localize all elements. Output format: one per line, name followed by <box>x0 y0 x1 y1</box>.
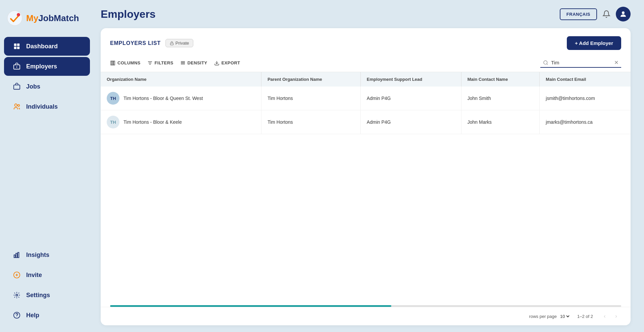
svg-rect-4 <box>14 47 16 49</box>
sidebar-item-help[interactable]: Help <box>4 306 90 325</box>
sidebar-item-jobs-label: Jobs <box>26 83 40 90</box>
notification-button[interactable] <box>602 10 610 18</box>
export-icon <box>214 60 219 66</box>
header-actions: FRANÇAIS <box>560 7 631 21</box>
employers-icon <box>12 62 21 71</box>
density-icon <box>180 60 186 66</box>
employers-table: Organization Name Parent Organization Na… <box>101 72 631 134</box>
table-toolbar: COLUMNS FILTERS DENSITY EXPORT ✕ <box>101 55 631 72</box>
page-title: Employers <box>101 8 156 20</box>
svg-rect-22 <box>111 61 112 65</box>
svg-point-0 <box>7 11 22 25</box>
sidebar-item-insights-label: Insights <box>26 252 49 259</box>
search-icon <box>543 60 548 65</box>
rows-per-page: rows per page 10 25 50 <box>529 314 571 319</box>
sidebar-item-invite[interactable]: Invite <box>4 266 90 284</box>
sidebar-item-individuals-label: Individuals <box>26 103 58 110</box>
col-support-lead: Employment Support Lead <box>360 72 461 87</box>
table-row[interactable]: TH Tim Hortons - Bloor & Queen St. West … <box>101 87 631 110</box>
org-avatar-0: TH <box>107 92 119 105</box>
logo-text: MyJobMatch <box>26 13 79 23</box>
cell-support-lead-1: Admin P4G <box>360 110 461 134</box>
svg-rect-13 <box>18 253 19 258</box>
private-badge-label: Private <box>176 41 189 46</box>
org-name-0: Tim Hortons - Bloor & Queen St. West <box>123 96 203 101</box>
columns-button[interactable]: COLUMNS <box>110 60 141 66</box>
content-card: EMPLOYERS LIST Private + Add Employer CO… <box>101 28 631 325</box>
filters-label: FILTERS <box>155 60 174 65</box>
invite-icon <box>12 270 21 280</box>
svg-rect-11 <box>14 255 15 258</box>
search-clear-button[interactable]: ✕ <box>614 59 618 66</box>
main-content: Employers FRANÇAIS EMPLOYERS LIST Privat… <box>94 0 644 332</box>
dashboard-icon <box>12 42 21 51</box>
table-row[interactable]: TH Tim Hortons - Bloor & Keele Tim Horto… <box>101 110 631 134</box>
insights-icon <box>12 250 21 260</box>
add-employer-button[interactable]: + Add Employer <box>567 36 621 50</box>
svg-rect-21 <box>170 43 173 45</box>
svg-rect-12 <box>16 253 17 258</box>
sidebar-item-settings-label: Settings <box>26 292 50 299</box>
lock-icon <box>170 41 174 45</box>
user-icon <box>619 10 627 18</box>
cell-org-name-0: TH Tim Hortons - Bloor & Queen St. West <box>101 87 261 110</box>
svg-rect-23 <box>112 61 113 65</box>
svg-point-33 <box>544 61 547 64</box>
sidebar-item-invite-label: Invite <box>26 272 42 279</box>
search-box: ✕ <box>540 58 621 68</box>
filters-icon <box>147 60 153 66</box>
svg-rect-24 <box>114 61 115 65</box>
sidebar-item-insights[interactable]: Insights <box>4 245 90 264</box>
sidebar-item-dashboard[interactable]: Dashboard <box>4 37 90 56</box>
search-input[interactable] <box>551 60 611 65</box>
table-footer: rows per page 10 25 50 1–2 of 2 ‹ › <box>101 307 631 325</box>
columns-icon <box>110 60 115 66</box>
org-name-1: Tim Hortons - Bloor & Keele <box>123 119 182 125</box>
private-badge: Private <box>165 39 193 47</box>
avatar[interactable] <box>616 7 631 21</box>
svg-point-9 <box>15 104 17 106</box>
pagination-buttons: ‹ › <box>600 311 621 321</box>
employers-list-title: EMPLOYERS LIST <box>110 40 161 46</box>
svg-rect-8 <box>14 85 20 89</box>
sidebar-item-help-label: Help <box>26 312 39 319</box>
toolbar-left: COLUMNS FILTERS DENSITY EXPORT <box>110 60 240 66</box>
logo-icon <box>7 10 23 26</box>
svg-rect-3 <box>17 44 19 46</box>
columns-label: COLUMNS <box>117 60 141 65</box>
individuals-icon <box>12 102 21 111</box>
page-header: Employers FRANÇAIS <box>94 7 637 28</box>
sidebar-item-jobs[interactable]: Jobs <box>4 77 90 96</box>
svg-rect-5 <box>17 47 19 49</box>
svg-point-19 <box>17 317 17 317</box>
density-button[interactable]: DENSITY <box>180 60 207 66</box>
export-button[interactable]: EXPORT <box>214 60 240 66</box>
svg-point-10 <box>18 105 20 107</box>
export-label: EXPORT <box>221 60 240 65</box>
cell-contact-name-1: John Marks <box>461 110 540 134</box>
prev-page-button[interactable]: ‹ <box>600 311 610 321</box>
cell-support-lead-0: Admin P4G <box>360 87 461 110</box>
col-contact-email: Main Contact Email <box>540 72 631 87</box>
cell-contact-email-1: jmarks@timhortons.ca <box>540 110 631 134</box>
table-header-row: Organization Name Parent Organization Na… <box>101 72 631 87</box>
sidebar: MyJobMatch Dashboard Employers Jobs Indi… <box>0 0 94 332</box>
col-parent-org: Parent Organization Name <box>261 72 361 87</box>
cell-contact-email-0: jsmith@timhortons.com <box>540 87 631 110</box>
cell-contact-name-0: John Smith <box>461 87 540 110</box>
card-header: EMPLOYERS LIST Private + Add Employer <box>101 28 631 55</box>
cell-parent-org-0: Tim Hortons <box>261 87 361 110</box>
sidebar-item-employers[interactable]: Employers <box>4 57 90 76</box>
settings-icon <box>12 290 21 300</box>
sidebar-item-settings[interactable]: Settings <box>4 286 90 305</box>
svg-line-34 <box>547 64 548 65</box>
bell-icon <box>602 10 610 18</box>
language-button[interactable]: FRANÇAIS <box>560 8 597 20</box>
next-page-button[interactable]: › <box>611 311 621 321</box>
scroll-bar[interactable] <box>101 303 631 307</box>
help-icon <box>12 311 21 320</box>
filters-button[interactable]: FILTERS <box>147 60 174 66</box>
rows-per-page-select[interactable]: 10 25 50 <box>559 314 571 319</box>
logo: MyJobMatch <box>0 7 94 36</box>
sidebar-item-individuals[interactable]: Individuals <box>4 97 90 116</box>
